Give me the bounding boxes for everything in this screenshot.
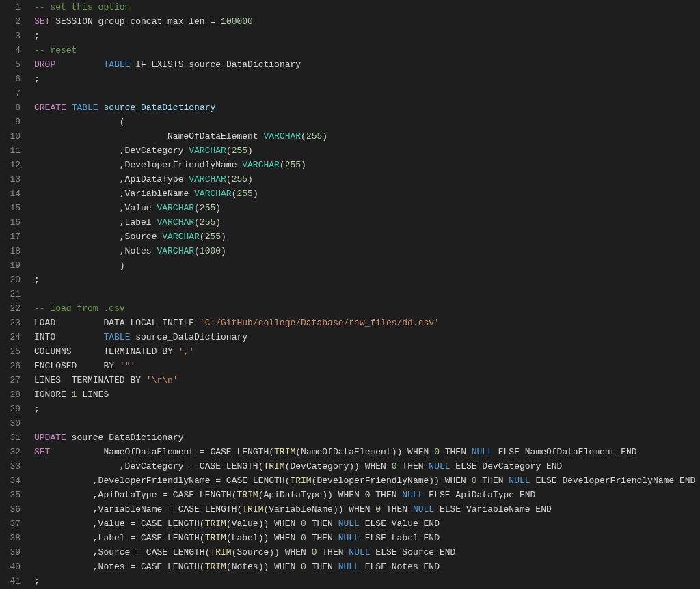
code-line[interactable]: ,Label VARCHAR(255) <box>34 215 700 230</box>
token-num: 0 <box>392 461 397 471</box>
code-line[interactable]: -- set this option <box>34 0 700 14</box>
code-line[interactable]: ; <box>34 29 700 43</box>
token-str: '\r\n' <box>146 375 178 385</box>
code-line[interactable] <box>34 86 700 100</box>
code-line[interactable]: ,Notes VARCHAR(1000) <box>34 244 700 258</box>
token-num: 0 <box>312 547 317 558</box>
code-editor[interactable]: 1234567891011121314151617181920212223242… <box>0 0 700 589</box>
code-line[interactable]: ,DevCategory VARCHAR(255) <box>34 143 700 158</box>
token-num: 0 <box>472 476 477 486</box>
token-type: VARCHAR <box>242 160 280 170</box>
line-number: 31 <box>0 430 21 445</box>
code-line[interactable]: ,Notes = CASE LENGTH(TRIM(Notes)) WHEN 0… <box>34 560 700 574</box>
code-line[interactable]: DROP TABLE IF EXISTS source_DataDictiona… <box>34 57 700 72</box>
code-line[interactable]: NameOfDataElement VARCHAR(255) <box>34 129 700 143</box>
code-line[interactable]: LOAD DATA LOCAL INFILE 'C:/GitHub/colleg… <box>34 316 700 330</box>
line-number: 5 <box>0 57 21 72</box>
code-line[interactable]: ,DeveloperFriendlyName VARCHAR(255) <box>34 158 700 172</box>
code-line[interactable]: -- reset <box>34 43 700 57</box>
code-line[interactable]: ; <box>34 273 700 287</box>
line-number: 2 <box>0 14 21 29</box>
code-line[interactable]: ,VariableName = CASE LENGTH(TRIM(Variabl… <box>34 502 700 517</box>
token-func: TRIM <box>237 490 258 500</box>
token-op: ,Source <box>34 232 162 242</box>
token-kw2: TABLE <box>103 59 130 70</box>
token-op: SESSION group_concat_max_len <box>50 16 210 27</box>
token-op: IF EXISTS source_DataDictionary <box>130 59 301 70</box>
token-kw: DROP <box>34 59 55 70</box>
token-op: ) <box>215 203 221 213</box>
token-type: VARCHAR <box>157 246 194 256</box>
token-op: ,VariableName <box>34 189 194 199</box>
token-op: ( <box>280 160 285 170</box>
code-line[interactable]: ,Label = CASE LENGTH(TRIM(Label)) WHEN 0… <box>34 531 700 545</box>
code-line[interactable]: SET NameOfDataElement = CASE LENGTH(TRIM… <box>34 445 700 459</box>
line-number: 10 <box>0 129 21 143</box>
token-op: THEN <box>381 504 413 515</box>
token-op: ,Value = CASE LENGTH( <box>34 519 205 529</box>
code-line[interactable]: ; <box>34 574 700 588</box>
token-op: ( <box>194 217 200 228</box>
token-op: source_DataDictionary <box>130 332 247 342</box>
token-op: ENCLOSED BY <box>34 361 120 371</box>
code-line[interactable] <box>34 287 700 301</box>
token-func: TRIM <box>274 447 295 457</box>
code-line[interactable]: ; <box>34 402 700 416</box>
token-op: ,Notes = CASE LENGTH( <box>34 562 205 572</box>
token-op: ELSE Notes END <box>360 562 440 572</box>
code-line[interactable]: ,DevCategory = CASE LENGTH(TRIM(DevCateg… <box>34 459 700 474</box>
token-kw: SET <box>34 447 50 457</box>
token-num: 0 <box>301 533 306 543</box>
token-op: ,Source = CASE LENGTH( <box>34 547 210 558</box>
token-op: THEN <box>317 547 349 558</box>
line-number: 21 <box>0 287 21 301</box>
code-line[interactable]: ,Value = CASE LENGTH(TRIM(Value)) WHEN 0… <box>34 517 700 531</box>
code-line[interactable]: SET SESSION group_concat_max_len = 10000… <box>34 14 700 29</box>
token-num: 255 <box>285 160 301 170</box>
code-line[interactable]: CREATE TABLE source_DataDictionary <box>34 100 700 115</box>
code-line[interactable]: ) <box>34 258 700 273</box>
line-number: 12 <box>0 158 21 172</box>
line-number: 38 <box>0 531 21 545</box>
line-number: 23 <box>0 316 21 330</box>
line-number: 3 <box>0 29 21 43</box>
token-null: NULL <box>338 519 360 529</box>
code-line[interactable]: ,Source VARCHAR(255) <box>34 230 700 244</box>
token-op: ,Label <box>34 217 157 228</box>
token-kw: SET <box>34 16 50 27</box>
code-area[interactable]: -- set this optionSET SESSION group_conc… <box>30 0 700 589</box>
code-line[interactable]: ,Source = CASE LENGTH(TRIM(Source)) WHEN… <box>34 545 700 560</box>
code-line[interactable]: ,ApiDataType VARCHAR(255) <box>34 172 700 187</box>
token-func: TRIM <box>242 504 263 515</box>
token-op <box>55 59 103 70</box>
line-number: 24 <box>0 330 21 344</box>
line-number: 13 <box>0 172 21 187</box>
token-null: NULL <box>413 504 434 515</box>
line-number: 27 <box>0 373 21 387</box>
code-line[interactable]: INTO TABLE source_DataDictionary <box>34 330 700 344</box>
code-line[interactable]: ENCLOSED BY '"' <box>34 359 700 373</box>
token-op: LOAD DATA LOCAL INFILE <box>34 318 200 328</box>
token-op: ) <box>247 146 253 156</box>
line-number: 29 <box>0 402 21 416</box>
code-line[interactable]: ,VariableName VARCHAR(255) <box>34 187 700 201</box>
token-op: (ApiDataType)) WHEN <box>258 490 365 500</box>
token-op: ELSE DeveloperFriendlyName END <box>530 476 696 486</box>
code-line[interactable]: -- load from .csv <box>34 301 700 316</box>
token-comment: -- load from .csv <box>34 303 125 314</box>
token-num: 255 <box>237 189 252 199</box>
code-line[interactable] <box>34 416 700 430</box>
code-line[interactable]: ,Value VARCHAR(255) <box>34 201 700 215</box>
code-line[interactable]: COLUMNS TERMINATED BY ',' <box>34 344 700 359</box>
code-line[interactable]: LINES TERMINATED BY '\r\n' <box>34 373 700 387</box>
token-op: ,VariableName = CASE LENGTH( <box>34 504 242 515</box>
code-line[interactable]: ( <box>34 115 700 129</box>
token-op: ) <box>221 232 226 242</box>
code-line[interactable]: ; <box>34 72 700 86</box>
code-line[interactable]: IGNORE 1 LINES <box>34 387 700 402</box>
code-line[interactable]: ,ApiDataType = CASE LENGTH(TRIM(ApiDataT… <box>34 488 700 502</box>
code-line[interactable]: ,DeveloperFriendlyName = CASE LENGTH(TRI… <box>34 474 700 488</box>
token-op: ( <box>200 232 205 242</box>
token-type: VARCHAR <box>157 203 194 213</box>
code-line[interactable]: UPDATE source_DataDictionary <box>34 430 700 445</box>
